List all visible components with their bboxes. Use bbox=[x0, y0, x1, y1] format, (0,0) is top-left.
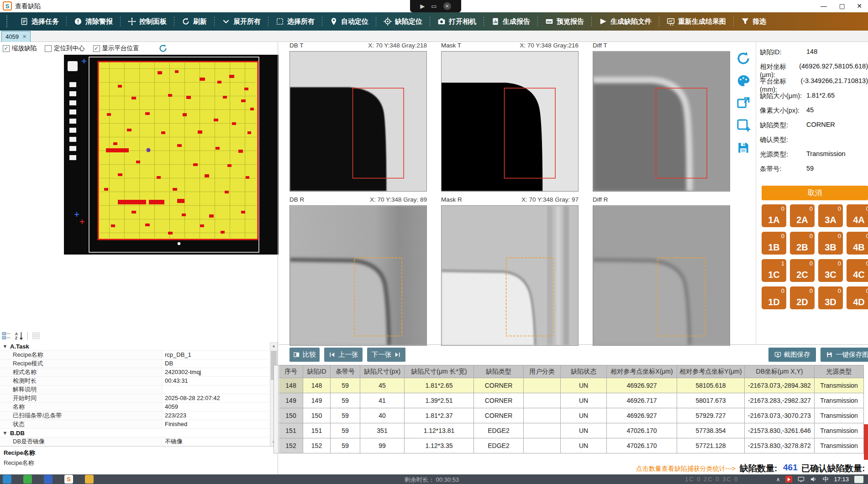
defect-mark[interactable] bbox=[177, 199, 184, 203]
table-row[interactable]: 14914959411.39*2.51CORNERUN46926.7175801… bbox=[279, 393, 864, 408]
table-cell[interactable] bbox=[524, 408, 561, 423]
toolbar-button-14[interactable]: 筛选 bbox=[734, 12, 773, 31]
defect-mark[interactable] bbox=[183, 113, 187, 116]
defect-mark[interactable] bbox=[209, 214, 214, 218]
checkbox-box[interactable]: ✓ bbox=[93, 45, 100, 52]
table-cell[interactable] bbox=[524, 438, 561, 453]
table-cell[interactable]: UN bbox=[561, 423, 607, 438]
defect-count-value[interactable]: 461 bbox=[783, 463, 798, 473]
defect-mark[interactable] bbox=[225, 191, 229, 193]
defect-mark[interactable] bbox=[229, 75, 234, 78]
defect-mark[interactable] bbox=[136, 161, 140, 163]
toolbar-button-11[interactable]: PDF预览报告 bbox=[538, 12, 591, 31]
table-cell[interactable] bbox=[524, 393, 561, 408]
table-cell[interactable]: 59 bbox=[331, 378, 360, 393]
category-count[interactable]: 0 bbox=[866, 205, 868, 212]
tray-speaker-icon[interactable] bbox=[810, 476, 817, 483]
table-cell[interactable]: 57721.128 bbox=[677, 438, 745, 453]
maximize-button[interactable]: ▢ bbox=[834, 1, 850, 11]
table-cell[interactable]: 58105.618 bbox=[677, 378, 745, 393]
property-row[interactable]: Recipe模式DB bbox=[0, 359, 269, 368]
table-cell[interactable]: -21573.830,-3278.872 bbox=[745, 438, 815, 453]
close-overlay-icon[interactable]: ✕ bbox=[443, 2, 451, 10]
defect-mark[interactable] bbox=[118, 173, 122, 176]
table-cell[interactable]: 149 bbox=[303, 393, 331, 408]
defect-mark[interactable] bbox=[200, 78, 205, 81]
category-count[interactable]: 0 bbox=[838, 287, 841, 294]
category-count[interactable]: 0 bbox=[810, 205, 813, 212]
defect-mark[interactable] bbox=[173, 188, 177, 191]
category-button-1A[interactable]: 01A bbox=[762, 204, 786, 227]
defect-mark[interactable] bbox=[149, 200, 164, 204]
toolbar-button-9[interactable]: 打开相机 bbox=[430, 12, 484, 31]
checkbox-box[interactable] bbox=[45, 45, 52, 52]
table-cell[interactable]: 59 bbox=[331, 438, 360, 453]
checkbox-3[interactable]: ✓显示平台位置 bbox=[93, 44, 139, 52]
defect-mark[interactable] bbox=[241, 211, 245, 213]
table-cell[interactable]: -21673.073,-3070.273 bbox=[745, 408, 815, 423]
property-row[interactable]: 解释说明 bbox=[0, 385, 269, 394]
table-cell[interactable] bbox=[524, 378, 561, 393]
defect-mark[interactable] bbox=[241, 99, 246, 102]
category-button-2D[interactable]: 02D bbox=[790, 286, 815, 309]
property-row[interactable]: 检测时长00:43:31 bbox=[0, 377, 269, 385]
tray-chevron-icon[interactable]: ∧ bbox=[776, 476, 780, 483]
property-page-icon[interactable] bbox=[32, 331, 41, 340]
category-button-4B[interactable]: 04B bbox=[847, 232, 868, 255]
mask-t-image[interactable] bbox=[441, 51, 579, 192]
category-count[interactable]: 0 bbox=[781, 205, 784, 212]
compare-button[interactable]: 比较 bbox=[289, 348, 320, 362]
category-button-3B[interactable]: 03B bbox=[818, 232, 843, 255]
refresh-icon[interactable] bbox=[736, 51, 751, 66]
table-cell[interactable]: Transmission bbox=[815, 378, 864, 393]
toolbar-button-2[interactable]: 清除警报 bbox=[67, 12, 120, 31]
table-cell[interactable]: 47026.170 bbox=[607, 438, 677, 453]
defect-mark[interactable] bbox=[232, 122, 236, 125]
table-cell[interactable]: UN bbox=[561, 438, 607, 453]
map-refresh-icon[interactable] bbox=[158, 44, 168, 53]
category-button-1C[interactable]: 11C bbox=[762, 259, 786, 282]
tab-4059[interactable]: 4059 ✕ bbox=[1, 31, 31, 42]
table-cell[interactable] bbox=[524, 423, 561, 438]
defect-mark[interactable] bbox=[177, 144, 182, 147]
table-cell[interactable]: CORNER bbox=[474, 408, 524, 423]
expand-icon[interactable] bbox=[736, 96, 751, 110]
column-header[interactable]: 缺陷状态 bbox=[561, 365, 607, 378]
toolbar-button-6[interactable]: 选择所有 bbox=[268, 12, 322, 31]
defect-mark[interactable] bbox=[157, 176, 161, 179]
table-cell[interactable]: 46926.717 bbox=[607, 393, 677, 408]
defect-mark[interactable] bbox=[107, 113, 111, 116]
column-header[interactable]: 缺陷ID bbox=[303, 365, 331, 378]
table-row[interactable]: 15015059401.81*2.37CORNERUN46926.9275792… bbox=[279, 408, 864, 423]
column-header[interactable]: 缺陷尺寸(px) bbox=[360, 365, 405, 378]
category-button-4A[interactable]: 04A bbox=[847, 204, 868, 227]
checkbox-1[interactable]: ✓缩放缺陷 bbox=[3, 44, 37, 52]
category-count[interactable]: 0 bbox=[866, 233, 868, 239]
table-cell[interactable]: EDGE2 bbox=[474, 423, 524, 438]
defect-mark[interactable] bbox=[113, 142, 117, 145]
taskbar-app-icon[interactable] bbox=[3, 475, 11, 484]
table-cell[interactable]: Transmission bbox=[815, 438, 864, 453]
table-cell[interactable]: 47026.170 bbox=[607, 423, 677, 438]
defect-mark[interactable] bbox=[238, 150, 243, 153]
defect-mark[interactable] bbox=[205, 174, 209, 177]
table-cell[interactable]: 1.81*2.37 bbox=[405, 408, 474, 423]
defect-mark[interactable] bbox=[182, 213, 186, 216]
toolbar-button-4[interactable]: 刷新 bbox=[174, 12, 214, 31]
defect-mark[interactable] bbox=[161, 131, 165, 134]
table-cell[interactable]: 148 bbox=[303, 378, 331, 393]
category-button-4D[interactable]: 04D bbox=[847, 286, 868, 309]
defect-mark[interactable] bbox=[118, 85, 122, 88]
mask-r-image[interactable] bbox=[441, 205, 579, 346]
table-cell[interactable]: -21673.073,-2894.382 bbox=[745, 378, 815, 393]
toolbar-button-13[interactable]: 重新生成结果图 bbox=[659, 12, 733, 31]
table-cell[interactable]: 1.12*13.81 bbox=[405, 423, 474, 438]
category-count[interactable]: 0 bbox=[838, 205, 841, 212]
next-button[interactable]: 下一张 bbox=[367, 348, 405, 362]
property-row[interactable]: 名称4059 bbox=[0, 403, 269, 411]
defect-mark[interactable] bbox=[132, 211, 136, 213]
toolbar-button-5[interactable]: 展开所有 bbox=[215, 12, 268, 31]
property-group-B.DB[interactable]: ▼B.DB bbox=[0, 429, 269, 437]
defect-mark[interactable] bbox=[158, 71, 162, 74]
defect-mark[interactable] bbox=[168, 94, 172, 97]
